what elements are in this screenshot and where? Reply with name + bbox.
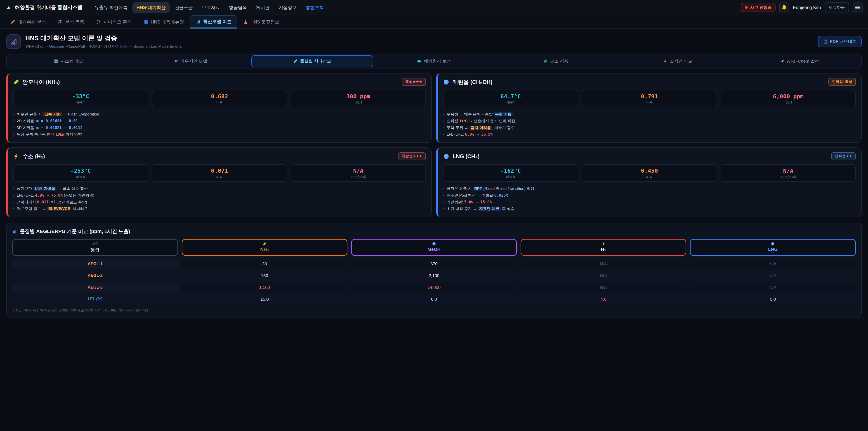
logout-button[interactable]: 로그아웃	[825, 2, 849, 12]
table-cell: N/A	[521, 271, 686, 281]
page-icon-box	[6, 34, 21, 49]
sphere-icon	[352, 241, 516, 246]
table-cell: 1,100	[182, 282, 348, 293]
brand: 해양환경 위기대응 통합시스템	[5, 4, 82, 11]
row-label: AEGL-3	[12, 282, 178, 293]
section-tab-label: WRF-Chem 발전	[786, 58, 819, 64]
row-label: AEGL-2	[12, 271, 178, 281]
subtab-substance-info[interactable]: HNS 물질정보	[237, 16, 285, 29]
table-row-lfl: LFL (%)15.06.04.05.0	[12, 294, 856, 304]
nav-item-board[interactable]: 게시판	[252, 2, 274, 13]
subtab-model-theory[interactable]: 확산모델 이론	[190, 16, 237, 29]
nav-item-hns-atmospheric[interactable]: HNS·대기확산	[132, 2, 170, 13]
nav-item-reports[interactable]: 보고자료	[198, 2, 224, 13]
col-top-label: 기준	[13, 241, 178, 246]
pdf-export-label: PDF 내보내기	[830, 39, 857, 44]
sphere-icon	[690, 241, 855, 246]
section-tab-gaussian-model[interactable]: 가우시안 모델	[129, 55, 251, 67]
table-title-row: 물질별 AEGL/ERPG 기준 비교 (ppm, 1시간 노출)	[12, 228, 856, 235]
subtab-analysis-list[interactable]: 분석 목록	[52, 16, 90, 29]
card-header: 수소 (H₂)폭발성★★★	[13, 152, 426, 160]
col-label: NH₃	[182, 247, 347, 252]
substance-card-h2: 수소 (H₂)폭발성★★★-253°C비등점0.071비중N/AIDLH(질식)…	[6, 147, 432, 217]
sphere-icon	[443, 79, 450, 85]
table-cell: N/A	[690, 259, 856, 269]
stat-box: 6,000 ppmIDLH	[721, 90, 856, 107]
notifications-button[interactable]	[779, 2, 789, 12]
section-tab-wrf-chem[interactable]: WRF-Chem 발전	[739, 55, 860, 67]
substance-card-lng: LNG (CH₄)인화성★★-162°C비등점0.450비중N/AIDLH(질식…	[436, 147, 862, 217]
stat-label: IDLH(질식)	[293, 175, 424, 179]
user-name: Eunjeong Kim	[793, 5, 821, 10]
bullet-item: 무색·무취 → 감지 어려움, 계측기 필수	[443, 125, 856, 131]
stat-value: -253°C	[16, 167, 146, 174]
stat-box: 300 ppmIDLH	[291, 90, 426, 107]
stat-value: 0.791	[584, 93, 715, 100]
pencil-icon	[10, 20, 16, 24]
stat-row: -253°C비등점0.071비중N/AIDLH(질식)	[13, 164, 426, 182]
stat-label: 비등점	[445, 100, 576, 105]
table-cell: N/A	[521, 282, 686, 293]
main-nav: 유출유 확산예측HNS·대기확산긴급구난보고자료항공탐색게시판기상정보통합조회	[90, 2, 733, 13]
stat-box: N/AIDLH(질식)	[291, 164, 426, 182]
table-col-header-criteria: 기준등급	[12, 239, 178, 256]
page-title: HNS 대기확산 모델 이론 및 검증	[25, 34, 184, 42]
card-title: 수소 (H₂)	[23, 153, 45, 160]
bolt-icon	[663, 59, 668, 63]
table-cell: 5.0	[690, 294, 856, 304]
stat-row: 64.7°C비등점0.791비중6,000 ppmIDLH	[443, 90, 856, 107]
table-row-aegl3: AEGL-31,10014,000N/AN/A	[12, 282, 856, 293]
col-label: LNG	[690, 247, 855, 252]
table-row-aegl1: AEGL-130670N/AN/A	[12, 259, 856, 269]
subtab-label: HNS 대응매뉴얼	[151, 19, 184, 25]
menu-button[interactable]	[852, 2, 863, 12]
row-label: AEGL-1	[12, 259, 178, 269]
hazard-badge: 인화성+독성	[829, 78, 856, 86]
table-cell: 14,000	[351, 282, 517, 293]
flask-icon	[243, 20, 248, 24]
subtab-response-manual[interactable]: HNS 대응매뉴얼	[138, 16, 190, 29]
bolt-icon	[601, 242, 606, 246]
test-tube-icon	[182, 241, 347, 246]
top-navbar: 해양환경 위기대응 통합시스템 유출유 확산예측HNS·대기확산긴급구난보고자료…	[0, 0, 868, 16]
nav-item-emergency-rescue[interactable]: 긴급구난	[170, 2, 197, 13]
substance-card-nh3: 암모니아 (NH₃)독성★★★-33°C비등점0.682비중300 ppmIDL…	[6, 73, 432, 143]
bullet-item: 점화에너지 0.017 mJ (정전기로도 폭발)	[13, 199, 426, 206]
stat-box: -162°C비등점	[443, 164, 578, 182]
nav-item-oil-spill-prediction[interactable]: 유출유 확산예측	[90, 2, 131, 13]
stat-box: 0.791비중	[582, 90, 717, 107]
subtab-diffusion-analysis[interactable]: 대기확산 분석	[4, 16, 52, 29]
page-subtitle: WRF-Chem · Gaussian Plume/Puff · ROMS · …	[25, 44, 184, 49]
pdf-export-button[interactable]: PDF 내보내기	[818, 36, 862, 47]
grid-icon	[54, 59, 58, 63]
sphere-icon	[432, 242, 436, 246]
stat-row: -162°C비등점0.450비중N/AIDLH(질식)	[443, 164, 856, 182]
stat-value: 0.682	[154, 93, 285, 100]
section-tab-substance-scenarios[interactable]: 물질별 시나리오	[251, 55, 373, 67]
section-tab-system-overview[interactable]: 시스템 개요	[8, 55, 129, 67]
nav-item-weather-info[interactable]: 기상정보	[275, 2, 301, 13]
section-tab-model-validation[interactable]: 모델 검증	[495, 55, 617, 67]
nav-item-integrated-search[interactable]: 통합조회	[302, 2, 328, 13]
subtab-scenario-management[interactable]: 시나리오 관리	[90, 16, 138, 29]
sliders-icon	[96, 20, 101, 24]
test-tube-icon	[13, 79, 20, 85]
stat-box: -33°C비등점	[13, 90, 148, 107]
subtab-label: HNS 물질정보	[250, 19, 279, 25]
bullet-item: 수용성 → 해수 용해 + 증발 복합 거동	[443, 111, 856, 118]
table-row-aegl2: AEGL-21602,100N/AN/A	[12, 271, 856, 281]
section-tab-label: 물질별 시나리오	[300, 58, 331, 64]
bullet-item: LFL~UFL: 4.0% ~ 75.0% (극넓은 가연범위)	[13, 192, 426, 199]
nav-item-aerial-search[interactable]: 항공탐색	[225, 2, 251, 13]
ruler-icon	[10, 38, 17, 45]
stat-value: N/A	[723, 167, 854, 174]
stat-value: -162°C	[445, 167, 576, 174]
stat-box: 0.682비중	[152, 90, 287, 107]
section-tab-realtime-comparison[interactable]: 실시간 비교	[617, 55, 739, 67]
stat-label: 비중	[154, 100, 285, 105]
table-cell: 6.0	[351, 294, 517, 304]
incident-label: 사고 진행중	[750, 5, 772, 10]
section-tab-marine-correction[interactable]: 해양환경 보정	[373, 55, 495, 67]
card-bullets: 해수면 유출 시 급속 기화 → Flash Evaporation2D 기화율…	[13, 111, 426, 138]
section-tab-label: 해양환경 보정	[424, 58, 451, 64]
